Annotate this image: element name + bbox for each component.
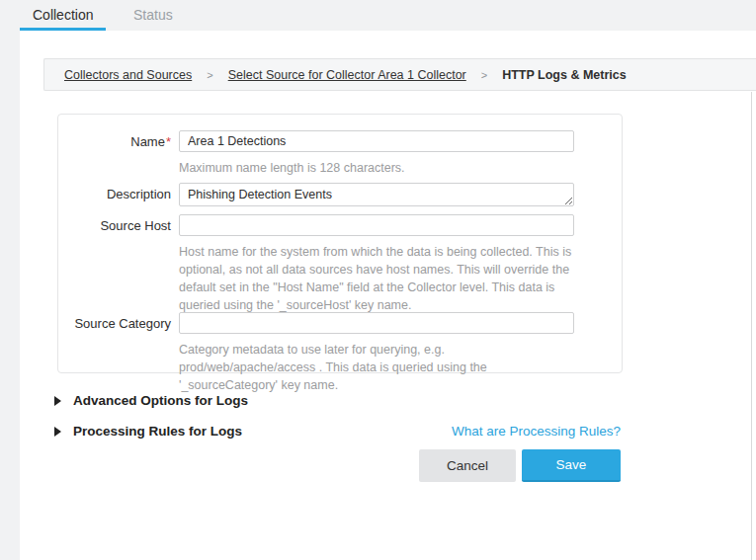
main-panel: Collectors and Sources > Select Source f…: [20, 31, 756, 560]
breadcrumb-collectors-and-sources[interactable]: Collectors and Sources: [64, 68, 192, 82]
tab-collection[interactable]: Collection: [33, 7, 93, 23]
cancel-button[interactable]: Cancel: [419, 449, 516, 482]
source-host-label: Source Host: [58, 218, 171, 233]
name-help-text: Maximum name length is 128 characters.: [179, 159, 576, 177]
breadcrumb-current-page: HTTP Logs & Metrics: [502, 68, 626, 82]
breadcrumb-separator: >: [481, 69, 487, 81]
what-are-processing-rules-link[interactable]: What are Processing Rules?: [452, 424, 621, 439]
name-input[interactable]: [179, 130, 574, 152]
description-label: Description: [58, 187, 171, 201]
source-category-label: Source Category: [58, 316, 171, 331]
panel-right-edge-divider: [751, 92, 752, 560]
description-textarea[interactable]: Phishing Detection Events: [179, 183, 574, 206]
required-asterisk: *: [166, 134, 171, 149]
source-host-input[interactable]: [179, 214, 574, 236]
collapsed-triangle-icon: [54, 396, 61, 406]
collapsed-triangle-icon: [54, 427, 61, 437]
breadcrumb-separator: >: [207, 69, 212, 81]
tab-bar: Collection Status: [0, 0, 756, 31]
processing-rules-title: Processing Rules for Logs: [73, 424, 242, 439]
name-label: Name*: [58, 134, 171, 149]
save-button[interactable]: Save: [522, 449, 621, 482]
source-category-input[interactable]: [179, 312, 574, 334]
advanced-options-title: Advanced Options for Logs: [73, 393, 248, 408]
name-label-text: Name: [130, 134, 165, 149]
processing-rules-section-toggle[interactable]: Processing Rules for Logs: [54, 424, 242, 439]
tab-status[interactable]: Status: [133, 7, 173, 23]
source-host-help-text: Host name for the system from which the …: [179, 243, 576, 315]
breadcrumb-select-source[interactable]: Select Source for Collector Area 1 Colle…: [228, 68, 466, 82]
advanced-options-section-toggle[interactable]: Advanced Options for Logs: [54, 393, 248, 408]
source-category-help-text: Category metadata to use later for query…: [179, 341, 576, 394]
source-config-card: Name* Maximum name length is 128 charact…: [57, 114, 623, 373]
breadcrumb: Collectors and Sources > Select Source f…: [43, 58, 756, 91]
